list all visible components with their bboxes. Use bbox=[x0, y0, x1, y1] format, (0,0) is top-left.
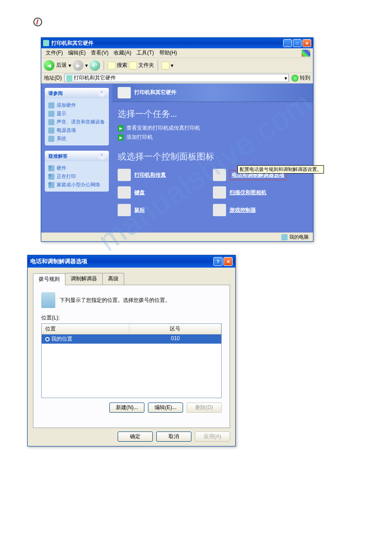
task-label: 添加打印机 bbox=[126, 134, 153, 141]
sidebar-item-hw-trouble[interactable]: ?硬件 bbox=[48, 164, 105, 172]
ok-button[interactable]: 确定 bbox=[118, 432, 153, 442]
icon-label: 打印机和传真 bbox=[134, 171, 166, 179]
locations-list[interactable]: 位置 区号 我的位置 010 bbox=[41, 323, 222, 398]
address-dropdown-icon[interactable]: ▾ bbox=[284, 75, 287, 81]
menu-tools[interactable]: 工具(T) bbox=[135, 48, 155, 58]
task-heading: 选择一个任务... bbox=[118, 108, 308, 120]
task-view-printers[interactable]: ▶查看安装的打印机或传真打印机 bbox=[118, 123, 308, 133]
scanner-icon bbox=[213, 186, 226, 199]
titlebar[interactable]: 打印机和其它硬件 _ □ ✕ bbox=[41, 38, 313, 48]
addressbar: 地址(D) 打印机和其它硬件 ▾ 转到 bbox=[41, 73, 313, 83]
minimize-button[interactable]: _ bbox=[283, 39, 292, 47]
menu-view[interactable]: 查看(V) bbox=[89, 48, 110, 58]
toolbar-separator bbox=[104, 60, 104, 71]
back-label: 后退 bbox=[56, 62, 67, 69]
sidebar-item-label: 添加硬件 bbox=[57, 102, 76, 109]
list-item[interactable]: 我的位置 010 bbox=[42, 334, 221, 344]
forward-dropdown-icon[interactable]: ▾ bbox=[85, 62, 88, 69]
statusbar: 我的电脑 bbox=[41, 232, 313, 241]
tab-advanced[interactable]: 高级 bbox=[102, 273, 124, 285]
system-icon bbox=[48, 136, 54, 142]
back-dropdown-icon[interactable]: ▾ bbox=[68, 62, 71, 69]
sidebar-item-printing[interactable]: ?正在打印 bbox=[48, 172, 105, 181]
help-icon: ? bbox=[48, 174, 54, 180]
views-button[interactable]: ▾ bbox=[162, 62, 173, 69]
sidebar-item-label: 声音、语音和音频设备 bbox=[57, 119, 105, 125]
main-content: 打印机和其它硬件 选择一个任务... ▶查看安装的打印机或传真打印机 ▶添加打印… bbox=[112, 83, 313, 232]
gamepad-icon bbox=[213, 204, 226, 216]
list-header: 位置 区号 bbox=[42, 324, 221, 334]
menu-edit[interactable]: 编辑(E) bbox=[66, 48, 87, 58]
icon-keyboard[interactable]: 键盘 bbox=[118, 186, 213, 199]
folders-icon bbox=[129, 62, 137, 69]
task-add-printer[interactable]: ▶添加打印机 bbox=[118, 133, 308, 142]
menu-file[interactable]: 文件(F) bbox=[44, 48, 65, 58]
sidebar-item-sound[interactable]: 声音、语音和音频设备 bbox=[48, 118, 105, 126]
menu-help[interactable]: 帮助(H) bbox=[158, 48, 179, 58]
mouse-icon bbox=[118, 204, 131, 216]
dialog-title: 电话和调制解调器选项 bbox=[30, 258, 213, 265]
dialog-titlebar[interactable]: 电话和调制解调器选项 ? ✕ bbox=[28, 255, 235, 268]
views-icon bbox=[162, 62, 169, 69]
window-title: 打印机和其它硬件 bbox=[51, 40, 283, 47]
category-banner: 打印机和其它硬件 bbox=[112, 83, 313, 102]
folders-button[interactable]: 文件夹 bbox=[129, 62, 154, 69]
troubleshoot-header[interactable]: 疑难解答 ⌃ bbox=[45, 151, 109, 161]
icons-heading: 或选择一个控制面板图标 bbox=[118, 151, 308, 163]
collapse-icon[interactable]: ⌃ bbox=[98, 90, 105, 97]
search-label: 搜索 bbox=[117, 62, 127, 69]
collapse-icon[interactable]: ⌃ bbox=[98, 152, 105, 160]
icon-printers-fax[interactable]: 打印机和传真 bbox=[118, 169, 213, 181]
close-button[interactable]: ✕ bbox=[302, 39, 311, 47]
statusbar-text: 我的电脑 bbox=[289, 234, 309, 240]
search-icon bbox=[108, 62, 115, 69]
icon-mouse[interactable]: 鼠标 bbox=[118, 204, 213, 216]
tab-panel: 下列显示了您指定的位置。选择您拨号的位置。 位置(L): 位置 区号 我的位置 … bbox=[33, 285, 230, 428]
edit-button[interactable]: 编辑(E)... bbox=[148, 403, 183, 413]
sidebar-item-add-hardware[interactable]: 添加硬件 bbox=[48, 101, 105, 109]
go-button[interactable]: 转到 bbox=[291, 74, 310, 82]
forward-button[interactable]: ► bbox=[73, 60, 83, 71]
close-button[interactable]: ✕ bbox=[223, 257, 233, 266]
icon-label: 鼠标 bbox=[134, 207, 145, 214]
apply-button: 应用(A) bbox=[195, 432, 230, 442]
cancel-button[interactable]: 取消 bbox=[156, 432, 191, 442]
delete-button: 删除(D) bbox=[187, 403, 222, 413]
up-button[interactable]: ↶ bbox=[90, 60, 100, 71]
hardware-icon bbox=[48, 102, 54, 109]
icon-scanner-camera[interactable]: 扫描仪和照相机 bbox=[213, 186, 308, 199]
sidebar-item-system[interactable]: 系统 bbox=[48, 134, 105, 143]
printer-icon bbox=[118, 169, 131, 181]
see-also-panel: 请参阅 ⌃ 添加硬件 显示 声音、语音和音频设备 电源选项 系统 bbox=[45, 88, 109, 145]
icon-game-controller[interactable]: 游戏控制器 bbox=[213, 204, 308, 216]
address-combo[interactable]: 打印机和其它硬件 ▾ bbox=[65, 74, 289, 82]
control-panel-window: 打印机和其它硬件 _ □ ✕ 文件(F) 编辑(E) 查看(V) 收藏(A) 工… bbox=[41, 37, 313, 242]
sidebar-item-network[interactable]: ?家庭或小型办公网络 bbox=[48, 181, 105, 189]
sidebar-item-label: 显示 bbox=[57, 110, 66, 117]
tab-dialing-rules[interactable]: 拨号规则 bbox=[33, 273, 65, 285]
menu-favorites[interactable]: 收藏(A) bbox=[112, 48, 133, 58]
phone-location-icon bbox=[41, 292, 55, 308]
toolbar: ◄ 后退 ▾ ► ▾ ↶ 搜索 文件夹 ▾ bbox=[41, 58, 313, 73]
icon-label: 游戏控制器 bbox=[230, 207, 256, 214]
address-label: 地址(D) bbox=[44, 74, 62, 82]
new-button[interactable]: 新建(N)... bbox=[109, 403, 144, 413]
column-location[interactable]: 位置 bbox=[42, 324, 129, 334]
brand-logo bbox=[33, 18, 42, 26]
my-computer-icon bbox=[281, 234, 288, 240]
selected-radio-icon bbox=[45, 337, 50, 341]
maximize-button[interactable]: □ bbox=[293, 39, 302, 47]
go-icon bbox=[291, 75, 298, 82]
back-button[interactable]: ◄ 后退 ▾ bbox=[44, 60, 71, 71]
search-button[interactable]: 搜索 bbox=[108, 62, 127, 69]
sidebar-item-display[interactable]: 显示 bbox=[48, 109, 105, 118]
sidebar-item-power[interactable]: 电源选项 bbox=[48, 126, 105, 134]
tab-modems[interactable]: 调制解调器 bbox=[65, 273, 103, 285]
printer-category-icon bbox=[118, 87, 131, 98]
views-dropdown-icon: ▾ bbox=[171, 62, 173, 69]
help-button[interactable]: ? bbox=[213, 257, 223, 266]
column-area-code[interactable]: 区号 bbox=[129, 324, 221, 334]
see-also-header[interactable]: 请参阅 ⌃ bbox=[45, 88, 109, 98]
sidebar-item-label: 系统 bbox=[57, 135, 66, 142]
location-name: 我的位置 bbox=[51, 335, 72, 343]
